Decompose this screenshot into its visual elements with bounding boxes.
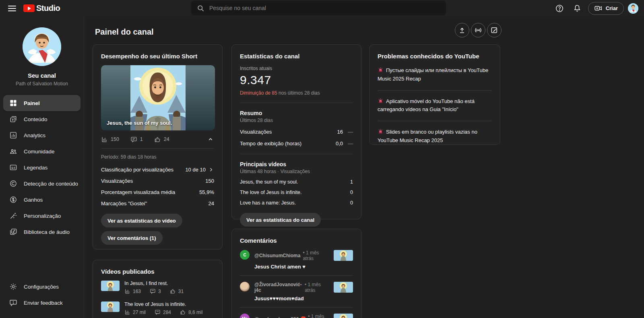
comment-video-thumbnail[interactable] [334, 250, 353, 261]
published-video-row[interactable]: The love of Jesus is infinite. 27 mil 28… [101, 301, 214, 315]
sidebar-item-comunidade[interactable]: Comunidade [0, 143, 84, 159]
published-video-row[interactable]: In Jesus, I find rest. 163 3 31 [101, 281, 214, 294]
sidebar-item-analytics[interactable]: Analytics [0, 127, 84, 143]
comment-video-thumbnail[interactable] [334, 314, 353, 318]
help-button[interactable] [553, 2, 566, 15]
comment-icon [155, 309, 161, 315]
video-stats-button[interactable]: Ver as estatísticas do vídeo [101, 214, 182, 227]
short-video-thumbnail[interactable]: Jesus, the sun of my soul. [101, 65, 215, 130]
views-stat: 150 [101, 136, 119, 143]
top-video-views: 0 [350, 190, 353, 195]
search-icon [197, 4, 204, 12]
video-meta: In Jesus, I find rest. 163 3 31 [124, 281, 214, 294]
search-bar[interactable] [191, 1, 446, 15]
delta-negative: Diminuição de 85 [240, 90, 277, 96]
sidebar-item-deteccao[interactable]: Detecção de conteúdo [0, 176, 84, 192]
hamburger-menu-button[interactable] [4, 0, 20, 17]
views-count: 150 [111, 136, 119, 142]
video-comments-button[interactable]: Ver comentários (1) [101, 231, 163, 245]
sidebar-nav: Painel Conteúdo Analytics Comunidade Leg… [0, 95, 84, 240]
video-thumbnail-art [101, 301, 120, 312]
comment-row[interactable]: C @ChisunumChioma • 1 mês atrás Jesus Ch… [240, 250, 353, 270]
account-avatar[interactable] [628, 3, 638, 14]
sidebar-item-label: Personalização [24, 213, 61, 219]
commenter-name[interactable]: @mzdecadence558 [254, 316, 299, 318]
thumbs-up-icon [180, 309, 186, 315]
sidebar-item-biblioteca[interactable]: Biblioteca de áudio [0, 224, 84, 240]
notifications-button[interactable] [570, 2, 584, 15]
video-title: In Jesus, I find rest. [124, 281, 214, 286]
known-issues-card: Problemas conhecidos do YouTube Пустые с… [369, 44, 500, 145]
comment-thumbnail-art [334, 314, 353, 318]
siren-icon [378, 128, 384, 134]
earn-icon [9, 195, 18, 204]
top-video-views: 1 [350, 179, 353, 185]
commenter-name[interactable]: @ChisunumChioma [254, 253, 300, 258]
subscribers-count: 9.347 [240, 73, 353, 87]
comment-body: @ŽivoradJovanović-j4c • 1 mês atrás Jusu… [254, 282, 330, 301]
known-issue-item[interactable]: Пустые слайды или плейлисты в YouTube Mu… [378, 60, 492, 90]
youtube-studio-logo[interactable]: Studio [23, 4, 60, 13]
sidebar-item-ganhos[interactable]: Ganhos [0, 192, 84, 208]
likes-count: 31 [178, 289, 184, 294]
captions-icon [9, 163, 18, 172]
short-video-caption: Jesus, the sun of my soul. [107, 120, 172, 126]
comment-icon [150, 288, 156, 294]
trend-dash: — [348, 140, 353, 147]
search-input[interactable] [209, 5, 440, 11]
thumbs-up-icon [154, 136, 161, 143]
content-icon [9, 115, 18, 124]
sidebar-item-feedback[interactable]: Enviar feedback [0, 295, 84, 311]
thumbs-up-icon [170, 288, 176, 294]
youtube-logo-icon [23, 4, 35, 12]
known-issue-item[interactable]: Slides em branco ou playlists vazias no … [378, 121, 492, 152]
sidebar-item-label: Comunidade [24, 149, 55, 155]
stat-row-ranking[interactable]: Classificação por visualizações 10 de 10 [101, 167, 214, 173]
comment-time: • 1 mês atrás [308, 314, 330, 318]
video-thumbnail-art [101, 281, 120, 291]
go-live-button[interactable] [471, 23, 485, 37]
channel-avatar[interactable] [23, 27, 61, 66]
commenter-avatar[interactable]: Mz [240, 314, 250, 318]
commenter-avatar[interactable]: C [240, 250, 250, 260]
commenter-name[interactable]: @ŽivoradJovanović-j4c [254, 282, 302, 293]
summary-row-watchtime: Tempo de exibição (horas) 0,0 — [240, 140, 353, 147]
comment-row[interactable]: Mz @mzdecadence558 • 1 mês atrás I love … [240, 314, 353, 318]
comment-thumbnail-art [334, 250, 353, 261]
comments-count: 3 [158, 289, 161, 294]
hamburger-icon [8, 4, 16, 13]
edit-button[interactable] [487, 23, 502, 37]
upload-icon [458, 26, 466, 34]
known-issue-item[interactable]: Aplicativo móvel do YouTube não está car… [378, 90, 492, 121]
channel-name: Seu canal [0, 72, 84, 79]
sidebar-item-configuracoes[interactable]: Configurações [0, 279, 84, 295]
comment-row[interactable]: @ŽivoradJovanović-j4c • 1 mês atrás Jusu… [240, 282, 353, 301]
sidebar-item-label: Painel [24, 100, 40, 106]
top-video-row[interactable]: The love of Jesus is infinite. 0 [240, 190, 353, 195]
summary-label: Visualizações [240, 129, 337, 135]
gear-icon [9, 282, 18, 291]
create-button[interactable]: Criar [588, 2, 624, 15]
comments-count: 1 [140, 136, 143, 142]
page-title: Painel do canal [95, 27, 154, 37]
sidebar-item-conteudo[interactable]: Conteúdo [0, 111, 84, 127]
sidebar-item-legendas[interactable]: Legendas [0, 159, 84, 176]
channel-stats-button[interactable]: Ver as estatísticas do canal [240, 213, 321, 227]
comment-video-thumbnail[interactable] [334, 282, 353, 293]
create-icon [594, 4, 603, 12]
collapse-stats-button[interactable] [207, 136, 214, 143]
commenter-avatar[interactable] [240, 282, 250, 291]
top-video-row[interactable]: Jesus, the sun of my soul. 1 [240, 179, 353, 185]
customization-icon [9, 211, 18, 220]
upload-video-button[interactable] [455, 23, 469, 37]
comment-body: @mzdecadence558 • 1 mês atrás I love you… [254, 314, 330, 318]
sidebar-item-personalizacao[interactable]: Personalização [0, 208, 84, 224]
video-thumbnail [101, 281, 120, 291]
top-video-views: 0 [350, 200, 353, 206]
stat-row-views: Visualizações 150 [101, 178, 214, 184]
top-video-row[interactable]: Love has a name: Jesus. 0 [240, 200, 353, 206]
feedback-icon [9, 298, 18, 307]
sidebar-item-painel[interactable]: Painel [3, 95, 80, 111]
stat-row-avg-percentage: Porcentagem visualizada média 55,9% [101, 189, 214, 195]
stat-value: 24 [208, 200, 214, 206]
